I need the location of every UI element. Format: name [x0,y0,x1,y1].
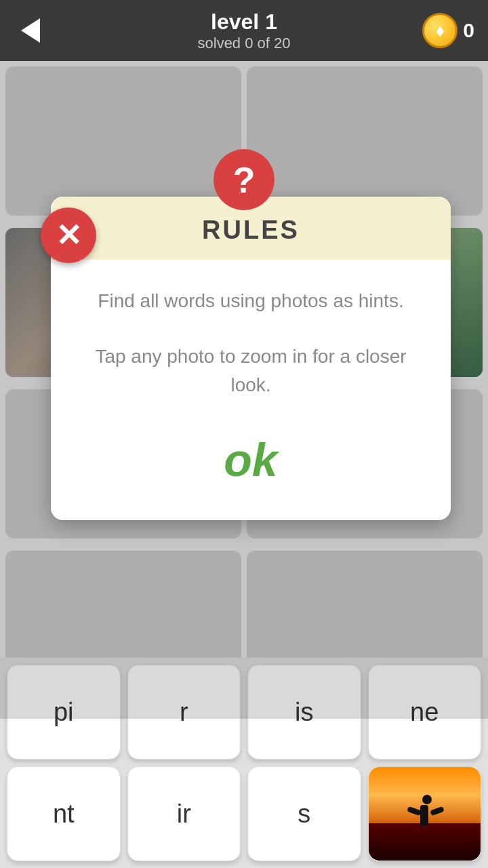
solved-progress: solved 0 of 20 [198,35,291,52]
level-title: level 1 [198,9,291,35]
close-button[interactable]: ✕ [41,208,96,263]
back-arrow-icon [21,18,40,43]
tile-image-jump[interactable] [368,766,482,861]
rules-modal: RULES Find all words using photos as hin… [51,197,451,520]
tile-nt[interactable]: nt [7,766,121,861]
diamond-icon: ♦ [436,20,445,41]
tile-s[interactable]: s [247,766,361,861]
coins-area: ♦ 0 [422,13,474,48]
question-circle[interactable]: ? [214,149,274,210]
header-center: level 1 solved 0 of 20 [198,9,291,52]
game-area: ? RULES Find all words using photos as h… [0,61,488,868]
rules-body: Find all words using photos as hints. Ta… [51,260,451,520]
app-header: level 1 solved 0 of 20 ♦ 0 [0,0,488,61]
rules-text-1: Find all words using photos as hints. [85,287,417,315]
coin-count: 0 [463,19,474,42]
tile-ir[interactable]: ir [127,766,241,861]
rules-title: RULES [202,216,300,244]
rules-text-2: Tap any photo to zoom in for a closer lo… [85,342,417,399]
question-mark-icon: ? [233,161,256,198]
x-icon: ✕ [56,220,82,251]
jump-image [369,767,481,861]
ok-button[interactable]: ok [85,433,417,486]
coin-icon: ♦ [422,13,458,48]
back-button[interactable] [14,14,47,47]
